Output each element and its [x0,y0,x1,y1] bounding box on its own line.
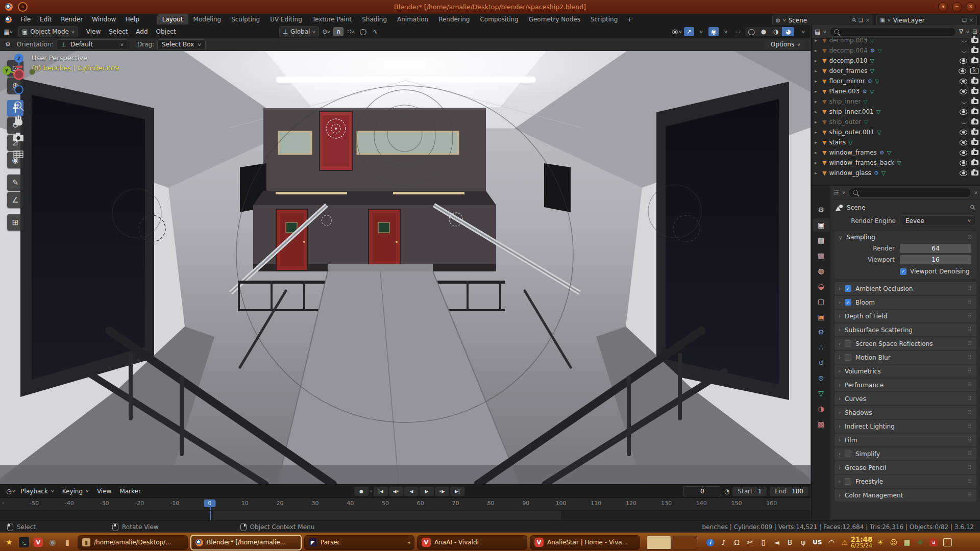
file-cabinet[interactable]: ▮ [62,537,72,547]
previous-keyframe-button[interactable]: ◀• [389,487,403,496]
visibility-eye-toggle[interactable] [960,79,967,84]
properties-tab-tool[interactable]: ⚙ [814,203,829,216]
volume-icon[interactable]: ◄ [773,538,780,546]
tool-measure[interactable]: ∠ [7,192,23,208]
properties-tab-particles[interactable]: ∴ [814,341,829,354]
transform-orientation-dropdown[interactable]: ⊥ Global ∨ [279,26,320,37]
visibility-eye-toggle[interactable] [960,150,967,156]
window-shade-button[interactable]: ▾ [938,2,948,12]
render-visibility-toggle[interactable] [970,68,978,74]
expand-arrow-icon[interactable]: ▸ [815,150,820,155]
notification-lamp-icon[interactable]: ☀ [876,538,884,546]
section-checkbox[interactable] [845,340,851,347]
outliner-item-plane-003[interactable]: ▸▼Plane.003⚙▽ [815,86,978,96]
properties-tab-view-layer[interactable]: ▥ [814,249,829,262]
viewport-menu-object[interactable]: Object [152,27,180,36]
zoom-tool-icon[interactable] [15,102,24,111]
visibility-eye-toggle[interactable] [961,49,967,53]
properties-tab-constraints[interactable]: ⊛ [814,371,829,385]
section-freestyle[interactable]: ›Freestyle⠿ [835,475,976,488]
smiley-icon[interactable]: ☺ [890,538,897,546]
properties-tab-collection[interactable]: ▢ [814,295,829,308]
overlays-dropdown[interactable]: ∨ [721,27,731,36]
info-icon[interactable]: i [706,539,714,546]
window-close-button[interactable]: × [966,2,976,12]
clock[interactable]: 21:48 6/25/24 [850,536,872,549]
section-checkbox[interactable] [845,354,851,361]
visibility-eye-toggle[interactable] [960,140,967,145]
section-color-management[interactable]: ›Color Management⠿ [835,489,976,502]
render-visibility-toggle[interactable] [971,38,978,43]
render-visibility-toggle[interactable] [971,79,978,84]
expand-arrow-icon[interactable]: ▸ [815,68,820,73]
outliner-item-window-frames[interactable]: ▸▼window_frames⚙▽ [815,147,978,158]
workspace-tab-rendering[interactable]: Rendering [433,14,475,24]
headset-icon[interactable]: Ω [733,538,741,546]
properties-tab-world[interactable]: ◒ [814,280,829,293]
menu-help[interactable]: Help [120,15,143,24]
expand-arrow-icon[interactable]: ▸ [815,89,820,94]
viewport-nav-widgets[interactable]: Z Y [0,51,38,168]
workspace-tab-sculpting[interactable]: Sculpting [226,14,265,24]
outliner-item-floor-mirror[interactable]: ▸▼floor_mirror⚙▽ [815,76,978,86]
blender-menu-icon[interactable] [5,16,12,23]
properties-tab-material[interactable]: ◑ [814,402,829,415]
shading-wireframe[interactable]: ◯ [745,27,757,36]
section-checkbox[interactable] [845,450,851,457]
properties-editor-icon[interactable]: ☰ [834,189,839,196]
outliner-item-window-glass[interactable]: ▸▼window_glass⚙▽ [815,168,978,178]
visibility-eye-toggle[interactable] [960,58,967,64]
menu-file[interactable]: File [16,15,35,24]
viewport-menu-view[interactable]: View [82,27,105,36]
previous-frame-button[interactable]: ◀ [404,487,419,496]
workspace-pager[interactable] [647,536,697,549]
section-simplify[interactable]: ›Simplify⠿ [835,447,976,460]
proportional-editing-toggle[interactable]: ◯ [358,27,368,36]
play-button[interactable]: ▶ [420,487,434,496]
current-frame-indicator[interactable]: 0 [204,499,216,507]
render-visibility-toggle[interactable] [971,99,978,104]
vivaldi-launcher[interactable]: V [34,538,43,547]
music-player-icon[interactable]: ♪ [720,538,727,546]
menu-render[interactable]: Render [56,15,87,24]
delete-scene-icon[interactable]: × [866,17,870,23]
delete-viewlayer-icon[interactable]: × [969,17,973,23]
workspace-2[interactable] [673,536,697,549]
jump-to-end-button[interactable]: ▶| [450,487,464,496]
scene-selector[interactable]: ◍ ∨ Scene ⚲ ❏ × [772,15,873,26]
visibility-eye-toggle[interactable] [961,120,967,124]
collapse-arrow-icon[interactable]: ‹ [2,500,4,506]
bluetooth-icon[interactable]: B [786,538,794,546]
section-bloom[interactable]: ›✓Bloom⠿ [835,296,976,309]
task-blender-home-amalie[interactable]: Blender* [/home/amalie... [190,535,302,550]
workspace-tab-geometry-nodes[interactable]: Geometry Nodes [524,14,585,24]
viewport-scene[interactable] [0,51,811,484]
task-parsec[interactable]: ◤Parsec◂ [304,535,414,550]
map-app-icon[interactable]: ❖ [916,538,924,546]
menu-window[interactable]: Window [87,15,120,24]
section-film[interactable]: ›Film⠿ [835,434,976,446]
shading-material-preview[interactable]: ◑ [770,27,782,36]
workspace-tab-shading[interactable]: Shading [357,14,392,24]
render-visibility-toggle[interactable] [971,89,978,94]
timeline-ruler[interactable]: -50-40-30-20-100102030405060708090100110… [0,498,811,511]
properties-tab-render[interactable]: ▣ [813,218,830,232]
show-overlays-toggle[interactable]: ◉ [708,27,719,36]
shading-dropdown[interactable]: ∨ [798,27,808,36]
playhead-line[interactable] [210,511,211,521]
render-visibility-toggle[interactable] [971,58,978,63]
render-engine-dropdown[interactable]: Eevee ∨ [901,215,975,226]
outliner-item-ship-inner[interactable]: ▸▼ship_inner▽ [815,96,978,107]
calculator-icon[interactable]: ▦ [903,538,911,546]
pan-hand-icon[interactable] [15,115,22,126]
add-workspace-button[interactable]: + [623,16,636,23]
window-minimize-button[interactable]: − [952,2,962,12]
menu-edit[interactable]: Edit [35,15,56,24]
snap-settings-dropdown[interactable]: ∷ ∨ [346,27,356,36]
expand-arrow-icon[interactable]: ▸ [815,48,820,53]
task-anaai-vivaldi[interactable]: VAnaAI - Vivaldi [417,535,527,550]
xray-toggle[interactable]: ▱ [733,27,743,36]
section-checkbox[interactable] [845,478,851,485]
viewlayer-selector[interactable]: ▣ ∨ ViewLayer ❏ × [876,15,977,26]
visibility-eye-toggle[interactable] [960,130,967,135]
